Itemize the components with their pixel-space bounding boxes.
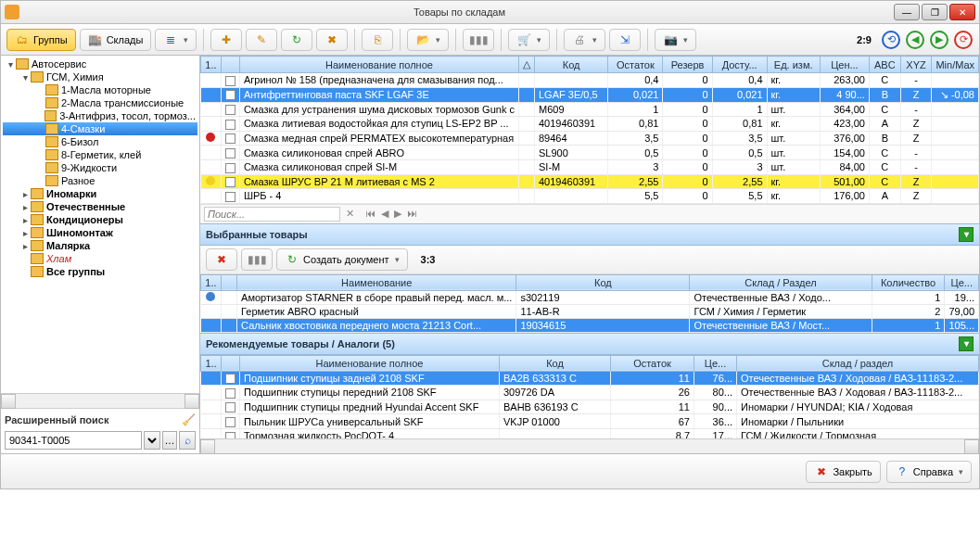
- column-header[interactable]: Це...: [694, 355, 737, 371]
- nav-next-icon[interactable]: ▶: [930, 31, 948, 49]
- search-more-button[interactable]: …: [162, 431, 177, 450]
- tree-node[interactable]: Все группы: [3, 265, 197, 278]
- tree-node[interactable]: ▸Иномарки: [3, 187, 197, 200]
- column-header[interactable]: Ед. изм.: [767, 57, 820, 73]
- row-checkbox[interactable]: [225, 148, 235, 159]
- table-row[interactable]: Подшипник ступицы задней 2108 SKFBA2B 63…: [201, 371, 979, 386]
- tree-node[interactable]: ▸Малярка: [3, 239, 197, 252]
- row-checkbox[interactable]: [225, 192, 235, 202]
- tb-copy-icon[interactable]: ⎘: [362, 29, 393, 51]
- column-header[interactable]: [222, 355, 240, 371]
- list-mode-button[interactable]: ≣▾: [155, 29, 197, 51]
- column-header[interactable]: Резерв: [663, 57, 712, 73]
- tb-edit-icon[interactable]: ✎: [246, 29, 277, 51]
- column-header[interactable]: XYZ: [900, 57, 932, 73]
- tb-camera-icon[interactable]: 📷▾: [655, 29, 696, 51]
- row-checkbox[interactable]: [225, 177, 235, 187]
- table-row[interactable]: Амортизатор STARNER в сборе правый перед…: [201, 290, 979, 304]
- column-header[interactable]: [221, 57, 239, 73]
- row-checkbox[interactable]: [225, 432, 235, 439]
- row-checkbox[interactable]: [225, 76, 235, 86]
- table-row[interactable]: Подшипник ступицы передний 2108 SKF30972…: [201, 386, 979, 400]
- nav-last-icon[interactable]: ⟳: [954, 31, 973, 49]
- tree-node[interactable]: 1-Масла моторные: [3, 83, 197, 96]
- close-window-button[interactable]: ✕: [949, 4, 975, 20]
- table-row[interactable]: Агринол № 158 (предназначена для смазыва…: [201, 73, 979, 88]
- column-header[interactable]: Склад / Раздел: [690, 274, 872, 290]
- tree-node[interactable]: Разное: [3, 174, 197, 187]
- tree-node[interactable]: 6-Бизол: [3, 135, 197, 148]
- table-row[interactable]: Сальник хвостовика переднего моста 21213…: [201, 318, 979, 332]
- maximize-button[interactable]: ❐: [922, 4, 948, 20]
- filter-last-icon[interactable]: ⏭: [405, 208, 419, 220]
- row-checkbox[interactable]: [225, 417, 235, 427]
- table-row[interactable]: Тормозная жидкость РосDOT- 48,717...ГСМ …: [201, 428, 979, 438]
- column-header[interactable]: Остаток: [611, 355, 694, 371]
- tree-node[interactable]: 2-Масла трансмиссионые: [3, 96, 197, 109]
- create-document-button[interactable]: ↻Создать документ▾: [276, 248, 408, 271]
- table-row[interactable]: Смазка силиконовая спрей ABROSL9000,500,…: [201, 146, 979, 160]
- row-checkbox[interactable]: [225, 402, 235, 412]
- table-row[interactable]: ШРБ - 45,505,5кг.176,00AZ: [201, 189, 979, 204]
- column-header[interactable]: Це...: [945, 274, 979, 290]
- column-header[interactable]: 1..: [201, 57, 222, 73]
- tree-node[interactable]: Хлам: [3, 252, 197, 265]
- close-button[interactable]: ✖Закрыть: [806, 461, 880, 483]
- products-grid[interactable]: 1..Наименование полное△КодОстатокРезервД…: [200, 56, 979, 204]
- column-header[interactable]: 1..: [201, 355, 222, 371]
- table-row[interactable]: Смазка ШРУС BP 21 M литиевая с MS 240194…: [201, 174, 979, 189]
- tree-node[interactable]: 3-Антифриз, тосол, тормоз...: [3, 109, 197, 122]
- grid-h-scrollbar[interactable]: [200, 438, 979, 453]
- column-header[interactable]: Наименование полное: [240, 355, 500, 371]
- tb-cart-icon[interactable]: 🛒▾: [508, 29, 550, 51]
- row-checkbox[interactable]: [225, 388, 235, 399]
- tree-node[interactable]: ▸Отечественные: [3, 200, 197, 213]
- row-checkbox[interactable]: [225, 133, 235, 144]
- minimize-button[interactable]: —: [894, 4, 920, 20]
- column-header[interactable]: Код: [516, 274, 690, 290]
- nav-first-icon[interactable]: ⟲: [882, 31, 900, 49]
- tree-h-scrollbar[interactable]: [1, 393, 199, 408]
- table-row[interactable]: Смазка силиконовая спрей SI-MSI-M303шт.8…: [201, 159, 979, 174]
- column-header[interactable]: Min/Max: [932, 57, 979, 73]
- table-row[interactable]: Подшипник ступицы предний Hyundai Accent…: [201, 400, 979, 414]
- filter-first-icon[interactable]: ⏮: [363, 208, 377, 220]
- filter-prev-icon[interactable]: ◀: [379, 208, 390, 220]
- row-checkbox[interactable]: [225, 163, 235, 173]
- column-header[interactable]: Остаток: [608, 57, 663, 73]
- tb-delete-icon[interactable]: ✖: [316, 29, 348, 51]
- tb-export-icon[interactable]: ⇲: [609, 29, 641, 51]
- row-checkbox[interactable]: [225, 374, 235, 384]
- tree-node[interactable]: ▾ГСМ, Химия: [3, 70, 197, 83]
- table-row[interactable]: Герметик ABRO красный11-AB-RГСМ / Химия …: [201, 304, 979, 318]
- groups-button[interactable]: 🗂Группы: [6, 29, 76, 51]
- tb-open-icon[interactable]: 📂▾: [407, 29, 449, 51]
- table-row[interactable]: Пыльник ШРУСа универсальный SKFVKJP 0100…: [201, 414, 979, 429]
- filter-input[interactable]: [204, 207, 340, 222]
- nav-prev-icon[interactable]: ◀: [906, 31, 924, 49]
- tree-node[interactable]: ▸Кондиционеры: [3, 213, 197, 226]
- column-header[interactable]: △: [518, 57, 534, 73]
- table-row[interactable]: Смазка литиевая водостойкая для ступиц L…: [201, 117, 979, 132]
- column-header[interactable]: Цен...: [820, 57, 869, 73]
- recommended-grid[interactable]: 1..Наименование полноеКодОстатокЦе...Скл…: [200, 355, 979, 439]
- collapse-selected-icon[interactable]: ▾: [959, 227, 974, 242]
- column-header[interactable]: Количество: [872, 274, 945, 290]
- tb-print-icon[interactable]: 🖨▾: [564, 29, 605, 51]
- tree-node[interactable]: 4-Смазки: [3, 122, 197, 135]
- row-checkbox[interactable]: [225, 120, 235, 130]
- row-checkbox[interactable]: [225, 105, 235, 115]
- search-input[interactable]: [5, 431, 142, 450]
- search-dropdown[interactable]: [144, 431, 160, 450]
- tb-barcode-icon[interactable]: ▮▮▮: [463, 29, 494, 51]
- table-row[interactable]: Антифреттинговая паста SKF LGAF 3ELGAF 3…: [201, 87, 979, 102]
- column-header[interactable]: Код: [534, 57, 607, 73]
- search-go-button[interactable]: ⌕: [179, 431, 196, 450]
- tree-node[interactable]: ▸Шиномонтаж: [3, 226, 197, 239]
- row-checkbox[interactable]: [225, 90, 235, 100]
- column-header[interactable]: Склад / раздел: [737, 355, 979, 371]
- tree-node[interactable]: ▾Автосервис: [3, 57, 197, 70]
- tree-node[interactable]: 9-Жидкости: [3, 161, 197, 174]
- collapse-recommended-icon[interactable]: ▾: [959, 336, 974, 351]
- selected-grid[interactable]: 1..НаименованиеКодСклад / РазделКоличест…: [200, 274, 979, 333]
